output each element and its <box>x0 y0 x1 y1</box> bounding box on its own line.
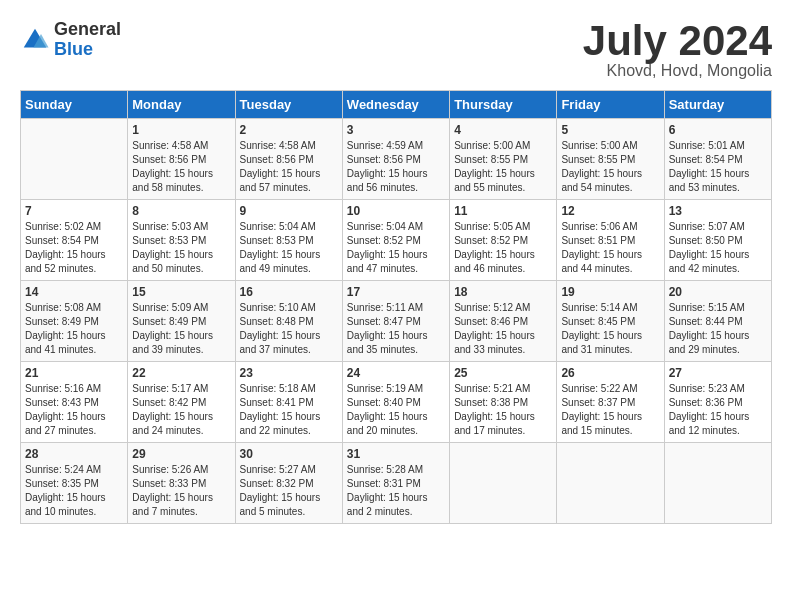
calendar-cell: 24Sunrise: 5:19 AM Sunset: 8:40 PM Dayli… <box>342 362 449 443</box>
calendar-cell: 6Sunrise: 5:01 AM Sunset: 8:54 PM Daylig… <box>664 119 771 200</box>
day-info: Sunrise: 5:21 AM Sunset: 8:38 PM Dayligh… <box>454 382 552 438</box>
day-number: 15 <box>132 285 230 299</box>
day-info: Sunrise: 5:14 AM Sunset: 8:45 PM Dayligh… <box>561 301 659 357</box>
day-number: 21 <box>25 366 123 380</box>
day-number: 17 <box>347 285 445 299</box>
calendar-cell: 7Sunrise: 5:02 AM Sunset: 8:54 PM Daylig… <box>21 200 128 281</box>
day-number: 8 <box>132 204 230 218</box>
day-info: Sunrise: 5:28 AM Sunset: 8:31 PM Dayligh… <box>347 463 445 519</box>
calendar-cell: 23Sunrise: 5:18 AM Sunset: 8:41 PM Dayli… <box>235 362 342 443</box>
header-cell-sunday: Sunday <box>21 91 128 119</box>
day-number: 4 <box>454 123 552 137</box>
calendar-cell: 25Sunrise: 5:21 AM Sunset: 8:38 PM Dayli… <box>450 362 557 443</box>
day-number: 18 <box>454 285 552 299</box>
calendar-cell: 17Sunrise: 5:11 AM Sunset: 8:47 PM Dayli… <box>342 281 449 362</box>
day-info: Sunrise: 5:23 AM Sunset: 8:36 PM Dayligh… <box>669 382 767 438</box>
day-info: Sunrise: 5:02 AM Sunset: 8:54 PM Dayligh… <box>25 220 123 276</box>
calendar-week-3: 21Sunrise: 5:16 AM Sunset: 8:43 PM Dayli… <box>21 362 772 443</box>
day-info: Sunrise: 5:26 AM Sunset: 8:33 PM Dayligh… <box>132 463 230 519</box>
day-number: 29 <box>132 447 230 461</box>
calendar-week-2: 14Sunrise: 5:08 AM Sunset: 8:49 PM Dayli… <box>21 281 772 362</box>
day-info: Sunrise: 5:16 AM Sunset: 8:43 PM Dayligh… <box>25 382 123 438</box>
calendar-cell: 12Sunrise: 5:06 AM Sunset: 8:51 PM Dayli… <box>557 200 664 281</box>
day-number: 24 <box>347 366 445 380</box>
day-info: Sunrise: 5:03 AM Sunset: 8:53 PM Dayligh… <box>132 220 230 276</box>
logo-icon <box>20 25 50 55</box>
day-info: Sunrise: 5:18 AM Sunset: 8:41 PM Dayligh… <box>240 382 338 438</box>
calendar-week-0: 1Sunrise: 4:58 AM Sunset: 8:56 PM Daylig… <box>21 119 772 200</box>
day-number: 11 <box>454 204 552 218</box>
day-number: 27 <box>669 366 767 380</box>
calendar-cell: 21Sunrise: 5:16 AM Sunset: 8:43 PM Dayli… <box>21 362 128 443</box>
day-number: 9 <box>240 204 338 218</box>
logo-blue-text: Blue <box>54 40 121 60</box>
day-number: 26 <box>561 366 659 380</box>
day-number: 25 <box>454 366 552 380</box>
day-number: 19 <box>561 285 659 299</box>
day-number: 10 <box>347 204 445 218</box>
day-info: Sunrise: 5:09 AM Sunset: 8:49 PM Dayligh… <box>132 301 230 357</box>
calendar-cell: 20Sunrise: 5:15 AM Sunset: 8:44 PM Dayli… <box>664 281 771 362</box>
day-info: Sunrise: 5:01 AM Sunset: 8:54 PM Dayligh… <box>669 139 767 195</box>
calendar-cell: 9Sunrise: 5:04 AM Sunset: 8:53 PM Daylig… <box>235 200 342 281</box>
header-cell-friday: Friday <box>557 91 664 119</box>
calendar-cell: 10Sunrise: 5:04 AM Sunset: 8:52 PM Dayli… <box>342 200 449 281</box>
day-number: 22 <box>132 366 230 380</box>
day-number: 5 <box>561 123 659 137</box>
calendar-cell: 15Sunrise: 5:09 AM Sunset: 8:49 PM Dayli… <box>128 281 235 362</box>
day-info: Sunrise: 4:58 AM Sunset: 8:56 PM Dayligh… <box>240 139 338 195</box>
day-info: Sunrise: 5:00 AM Sunset: 8:55 PM Dayligh… <box>454 139 552 195</box>
calendar-cell: 1Sunrise: 4:58 AM Sunset: 8:56 PM Daylig… <box>128 119 235 200</box>
calendar-cell: 31Sunrise: 5:28 AM Sunset: 8:31 PM Dayli… <box>342 443 449 524</box>
day-info: Sunrise: 5:12 AM Sunset: 8:46 PM Dayligh… <box>454 301 552 357</box>
day-number: 23 <box>240 366 338 380</box>
day-info: Sunrise: 5:08 AM Sunset: 8:49 PM Dayligh… <box>25 301 123 357</box>
calendar-cell <box>450 443 557 524</box>
day-number: 3 <box>347 123 445 137</box>
day-info: Sunrise: 4:58 AM Sunset: 8:56 PM Dayligh… <box>132 139 230 195</box>
header-row: SundayMondayTuesdayWednesdayThursdayFrid… <box>21 91 772 119</box>
day-info: Sunrise: 5:22 AM Sunset: 8:37 PM Dayligh… <box>561 382 659 438</box>
logo: General Blue <box>20 20 121 60</box>
day-number: 6 <box>669 123 767 137</box>
day-info: Sunrise: 5:17 AM Sunset: 8:42 PM Dayligh… <box>132 382 230 438</box>
location-subtitle: Khovd, Hovd, Mongolia <box>583 62 772 80</box>
day-number: 7 <box>25 204 123 218</box>
day-number: 20 <box>669 285 767 299</box>
calendar-cell <box>557 443 664 524</box>
calendar-cell: 14Sunrise: 5:08 AM Sunset: 8:49 PM Dayli… <box>21 281 128 362</box>
day-info: Sunrise: 5:04 AM Sunset: 8:52 PM Dayligh… <box>347 220 445 276</box>
day-info: Sunrise: 5:00 AM Sunset: 8:55 PM Dayligh… <box>561 139 659 195</box>
calendar-cell: 22Sunrise: 5:17 AM Sunset: 8:42 PM Dayli… <box>128 362 235 443</box>
logo-text: General Blue <box>54 20 121 60</box>
day-info: Sunrise: 5:07 AM Sunset: 8:50 PM Dayligh… <box>669 220 767 276</box>
calendar-cell <box>664 443 771 524</box>
day-number: 13 <box>669 204 767 218</box>
calendar-cell: 27Sunrise: 5:23 AM Sunset: 8:36 PM Dayli… <box>664 362 771 443</box>
header-cell-wednesday: Wednesday <box>342 91 449 119</box>
day-info: Sunrise: 5:15 AM Sunset: 8:44 PM Dayligh… <box>669 301 767 357</box>
day-info: Sunrise: 5:27 AM Sunset: 8:32 PM Dayligh… <box>240 463 338 519</box>
calendar-table: SundayMondayTuesdayWednesdayThursdayFrid… <box>20 90 772 524</box>
header-cell-tuesday: Tuesday <box>235 91 342 119</box>
day-number: 31 <box>347 447 445 461</box>
header-cell-monday: Monday <box>128 91 235 119</box>
day-info: Sunrise: 5:05 AM Sunset: 8:52 PM Dayligh… <box>454 220 552 276</box>
main-title: July 2024 <box>583 20 772 62</box>
calendar-cell: 28Sunrise: 5:24 AM Sunset: 8:35 PM Dayli… <box>21 443 128 524</box>
day-info: Sunrise: 5:19 AM Sunset: 8:40 PM Dayligh… <box>347 382 445 438</box>
calendar-cell: 19Sunrise: 5:14 AM Sunset: 8:45 PM Dayli… <box>557 281 664 362</box>
day-info: Sunrise: 5:04 AM Sunset: 8:53 PM Dayligh… <box>240 220 338 276</box>
calendar-cell: 3Sunrise: 4:59 AM Sunset: 8:56 PM Daylig… <box>342 119 449 200</box>
day-number: 16 <box>240 285 338 299</box>
day-info: Sunrise: 5:10 AM Sunset: 8:48 PM Dayligh… <box>240 301 338 357</box>
header-cell-thursday: Thursday <box>450 91 557 119</box>
day-number: 2 <box>240 123 338 137</box>
page-header: General Blue July 2024 Khovd, Hovd, Mong… <box>20 20 772 80</box>
calendar-cell: 29Sunrise: 5:26 AM Sunset: 8:33 PM Dayli… <box>128 443 235 524</box>
day-number: 14 <box>25 285 123 299</box>
calendar-cell <box>21 119 128 200</box>
day-info: Sunrise: 5:06 AM Sunset: 8:51 PM Dayligh… <box>561 220 659 276</box>
calendar-week-1: 7Sunrise: 5:02 AM Sunset: 8:54 PM Daylig… <box>21 200 772 281</box>
day-number: 30 <box>240 447 338 461</box>
